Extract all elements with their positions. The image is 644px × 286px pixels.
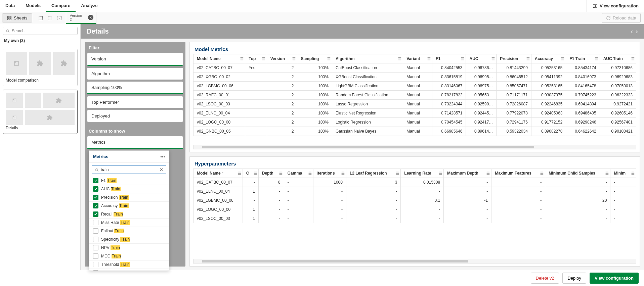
hyperparameters-table-wrap[interactable]: Model Name ↑☰C☰Depth☰Gamma☰Iterations☰L2… xyxy=(190,169,640,259)
column-header[interactable]: Accuracy☰ xyxy=(531,54,566,63)
column-menu-icon[interactable]: ☰ xyxy=(631,171,635,175)
checkbox-checked-icon[interactable] xyxy=(93,186,98,192)
column-menu-icon[interactable]: ☰ xyxy=(341,171,345,175)
metric-option[interactable]: AUC Train xyxy=(89,185,169,193)
column-header[interactable]: Algorithm☰ xyxy=(332,54,403,63)
clear-search-icon[interactable]: ✕ xyxy=(160,167,163,172)
filter-item-deployed[interactable]: Deployed xyxy=(87,110,183,122)
metric-option[interactable]: Specificity Train xyxy=(89,235,169,244)
metric-option[interactable]: NPV Train xyxy=(89,244,169,252)
column-header[interactable]: C☰ xyxy=(243,169,258,178)
column-menu-icon[interactable]: ☰ xyxy=(238,171,241,175)
checkbox-checked-icon[interactable] xyxy=(93,178,98,183)
checkbox-icon[interactable] xyxy=(93,237,98,242)
column-menu-icon[interactable]: ☰ xyxy=(439,171,442,175)
column-header[interactable]: AUC Train☰ xyxy=(600,54,636,63)
table-row[interactable]: v02_LOGC_00_001--------- xyxy=(194,205,636,214)
table-row[interactable]: v02_GNBC_00_052100%Gaussian Naive BayesM… xyxy=(194,127,636,136)
column-header[interactable]: Minim☰ xyxy=(610,169,636,178)
column-header[interactable]: Sampling☰ xyxy=(297,54,332,63)
column-header[interactable]: F1☰ xyxy=(432,54,466,63)
reload-button[interactable]: Reload data xyxy=(602,13,641,23)
metric-option[interactable]: F1 Train xyxy=(89,177,169,185)
columns-metrics-filter[interactable]: Metrics xyxy=(87,136,183,149)
filter-item-top-performer[interactable]: Top Performer xyxy=(87,96,183,108)
column-header[interactable]: Maximum Features☰ xyxy=(491,169,545,178)
version-tab[interactable]: Version 2 ✕ xyxy=(66,12,96,24)
view-configuration-top[interactable]: View configuration xyxy=(587,0,644,12)
table-row[interactable]: v02_LSOC_00_031--------- xyxy=(194,214,636,223)
checkbox-icon[interactable] xyxy=(93,245,98,250)
checkbox-checked-icon[interactable] xyxy=(93,203,98,208)
column-menu-icon[interactable]: ☰ xyxy=(526,57,530,61)
sheets-button[interactable]: Sheets xyxy=(2,13,32,22)
column-header[interactable]: Model Name☰ xyxy=(194,54,245,63)
table-row[interactable]: v02_LGBMC_00_06-----0.1-1-20- xyxy=(194,196,636,205)
column-menu-icon[interactable]: ☰ xyxy=(398,57,401,61)
column-header[interactable]: Version☰ xyxy=(267,54,297,63)
metric-option[interactable]: Accuracy Train xyxy=(89,202,169,210)
metric-option[interactable]: Precision Train xyxy=(89,193,169,202)
delete-version-button[interactable]: Delete v2 xyxy=(531,273,559,284)
table-row[interactable]: v02_RAFC_00_012100%Random Forest Classif… xyxy=(194,91,636,100)
column-header[interactable]: Model Name ↑☰ xyxy=(194,169,243,178)
filter-item-sampling-100-[interactable]: Sampling 100% xyxy=(87,82,183,94)
table-row[interactable]: v02_ELNC_00_041--------- xyxy=(194,187,636,196)
metric-option[interactable]: Log Loss Train xyxy=(89,269,169,271)
column-header[interactable]: Variant☰ xyxy=(403,54,432,63)
column-menu-icon[interactable]: ☰ xyxy=(595,57,598,61)
table-row[interactable]: v02_ELNC_00_042100%Elastic Net Regressio… xyxy=(194,109,636,118)
column-header[interactable]: Maximum Depth☰ xyxy=(444,169,491,178)
top-tab-data[interactable]: Data xyxy=(0,0,20,12)
column-header[interactable]: Top☰ xyxy=(245,54,267,63)
checkbox-icon[interactable] xyxy=(93,253,98,259)
table-row[interactable]: v02_LSOC_00_032100%Lasso RegressionManua… xyxy=(194,100,636,109)
table-row[interactable]: v02_CATBC_00_07-6-100030.015308---- xyxy=(194,178,636,187)
checkbox-checked-icon[interactable] xyxy=(93,211,98,217)
metric-option[interactable]: Threshold Train xyxy=(89,260,169,269)
column-menu-icon[interactable]: ☰ xyxy=(262,57,265,61)
model-metrics-table-wrap[interactable]: Model Name☰Top☰Version☰Sampling☰Algorith… xyxy=(190,54,640,145)
filter-item-algorithm[interactable]: Algorithm xyxy=(87,68,183,80)
table-row[interactable]: v02_LOGC_00_002100%Logistic RegressionMa… xyxy=(194,118,636,127)
checkbox-checked-icon[interactable] xyxy=(93,195,98,200)
metric-option[interactable]: Recall Train xyxy=(89,210,169,219)
column-header[interactable]: Iterations☰ xyxy=(313,169,346,178)
column-menu-icon[interactable]: ☰ xyxy=(240,57,244,61)
column-menu-icon[interactable]: ☰ xyxy=(308,171,312,175)
filter-item-version[interactable]: Version xyxy=(87,53,183,66)
point-select-icon[interactable] xyxy=(56,15,62,21)
column-header[interactable]: F1 Train☰ xyxy=(566,54,600,63)
prev-sheet-icon[interactable]: ‹ xyxy=(631,28,633,35)
column-menu-icon[interactable]: ☰ xyxy=(605,171,609,175)
table-row[interactable]: v02_CATBC_00_07Yes2100%CatBoost Classifi… xyxy=(194,63,636,73)
metric-option[interactable]: Fallout Train xyxy=(89,227,169,235)
column-header[interactable]: Precision☰ xyxy=(497,54,531,63)
metrics-search-input[interactable] xyxy=(101,168,158,172)
metric-option[interactable]: MCC Train xyxy=(89,252,169,260)
top-tab-compare[interactable]: Compare xyxy=(46,0,76,12)
sheet-thumb-details[interactable]: Details xyxy=(3,90,78,134)
deploy-button[interactable]: Deploy xyxy=(562,273,586,284)
column-header[interactable]: Learning Rate☰ xyxy=(401,169,444,178)
checkbox-icon[interactable] xyxy=(93,220,98,225)
column-menu-icon[interactable]: ☰ xyxy=(561,57,564,61)
column-menu-icon[interactable]: ☰ xyxy=(427,57,431,61)
checkbox-icon[interactable] xyxy=(93,228,98,234)
horizontal-scrollbar[interactable] xyxy=(193,145,636,149)
column-header[interactable]: L2 Leaf Regression☰ xyxy=(346,169,400,178)
column-menu-icon[interactable]: ☰ xyxy=(279,171,283,175)
my-own-header[interactable]: My own (2) xyxy=(3,35,26,45)
column-menu-icon[interactable]: ☰ xyxy=(631,57,635,61)
next-sheet-icon[interactable]: › xyxy=(636,28,638,35)
more-icon[interactable]: ••• xyxy=(160,154,165,159)
sheet-search-input[interactable] xyxy=(12,29,75,33)
top-tab-models[interactable]: Models xyxy=(20,0,46,12)
checkbox-icon[interactable] xyxy=(93,270,98,271)
column-menu-icon[interactable]: ☰ xyxy=(491,57,495,61)
column-menu-icon[interactable]: ☰ xyxy=(461,57,464,61)
view-configuration-button[interactable]: View configuration xyxy=(590,273,639,284)
column-menu-icon[interactable]: ☰ xyxy=(254,171,257,175)
table-row[interactable]: v02_XGBC_00_022100%XGBoost Classificatio… xyxy=(194,73,636,82)
column-menu-icon[interactable]: ☰ xyxy=(292,57,296,61)
